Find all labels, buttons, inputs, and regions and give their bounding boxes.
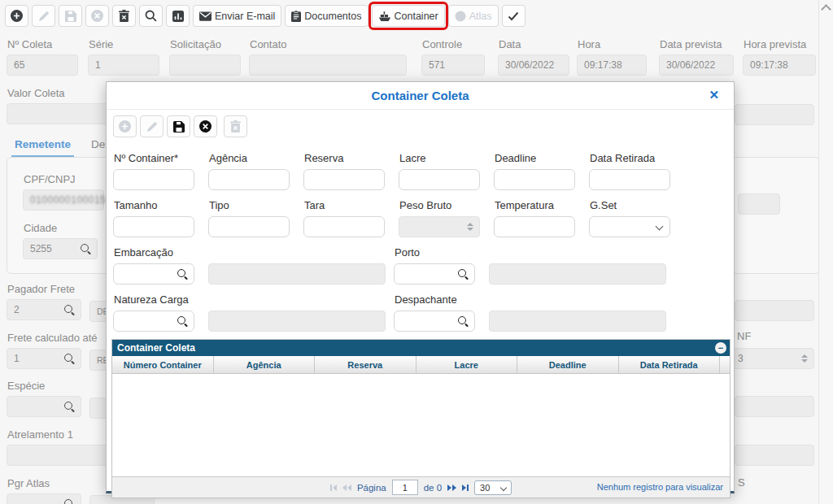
tamanho-input[interactable] — [120, 221, 187, 232]
atlas-button[interactable]: Atlas — [448, 5, 499, 27]
modal-add-button[interactable] — [113, 115, 137, 137]
send-email-button[interactable]: Enviar E-mail — [193, 5, 281, 27]
search-icon[interactable] — [64, 354, 75, 364]
peso-bruto-input[interactable] — [406, 221, 473, 232]
modal-edit-button[interactable] — [140, 115, 164, 137]
spinner-arrows-icon[interactable] — [801, 354, 808, 363]
panel-fragment-field[interactable] — [738, 193, 780, 215]
right-fragment-field-1[interactable] — [735, 300, 814, 321]
temperatura-input[interactable] — [501, 221, 568, 232]
confirm-button[interactable] — [502, 5, 526, 27]
column-header-data-retirada[interactable]: Data Retirada — [619, 356, 721, 373]
save-button[interactable] — [59, 5, 82, 27]
grid-status-text: Nenhum registro para visualizar — [597, 482, 723, 492]
modal-header: Container Coleta ✕ — [107, 82, 734, 110]
add-button[interactable] — [5, 5, 28, 27]
search-icon[interactable] — [458, 269, 469, 280]
data-input[interactable] — [505, 59, 562, 71]
destino-panel-fragment — [732, 157, 820, 274]
search-button[interactable] — [139, 5, 163, 27]
search-icon[interactable] — [64, 499, 75, 504]
container-label: Container — [395, 11, 438, 22]
data-retirada-input[interactable] — [596, 174, 663, 185]
search-icon[interactable] — [177, 269, 188, 280]
delete-button[interactable] — [112, 5, 136, 27]
documents-label: Documentos — [304, 11, 361, 22]
cancel-button[interactable] — [85, 5, 109, 27]
column-header-deadline[interactable]: Deadline — [517, 356, 619, 373]
first-page-button[interactable] — [330, 484, 337, 491]
check-icon — [508, 11, 519, 21]
lacre-input[interactable] — [406, 174, 473, 185]
envelope-icon — [199, 11, 212, 21]
reserva-input[interactable] — [311, 174, 377, 185]
vertical-scrollbar[interactable] — [818, 0, 833, 504]
field-embarcacao: Embarcação — [113, 246, 194, 285]
hora-input[interactable] — [584, 59, 639, 71]
field-n-container: Nº Container* — [113, 152, 194, 190]
column-header-lacre[interactable]: Lacre — [416, 356, 518, 373]
app-window: Enviar E-mail Documentos Container Atlas… — [0, 0, 833, 504]
grid-caption-bar: Container Coleta − — [112, 340, 730, 356]
field-fragment-right-top[interactable] — [735, 104, 814, 125]
spinner-arrows-icon[interactable] — [467, 223, 473, 231]
search-icon[interactable] — [81, 244, 91, 254]
field-deadline: Deadline — [494, 152, 575, 190]
next-page-button[interactable] — [447, 484, 456, 491]
clipboard-icon — [291, 11, 301, 22]
deadline-input[interactable] — [501, 174, 568, 185]
column-header-numero-container[interactable]: Número Container — [112, 356, 214, 373]
field-hora: Hora — [577, 38, 647, 76]
search-icon[interactable] — [64, 402, 75, 412]
nf-spinner-fragment[interactable]: 3 — [731, 348, 814, 369]
page-size-select[interactable]: 30 — [474, 480, 512, 495]
main-toolbar: Enviar E-mail Documentos Container Atlas — [5, 5, 526, 27]
prev-page-button[interactable] — [342, 484, 351, 491]
pencil-icon — [146, 121, 158, 133]
n-coleta-input[interactable] — [14, 59, 71, 71]
page-number-input[interactable] — [392, 480, 418, 495]
search-icon[interactable] — [177, 316, 188, 327]
gset-select[interactable] — [589, 216, 670, 237]
last-page-button[interactable] — [462, 484, 469, 491]
documents-button[interactable]: Documentos — [285, 5, 368, 27]
s-label-fragment: S — [738, 476, 745, 489]
modal-delete-button[interactable] — [224, 115, 247, 137]
grid-collapse-button[interactable]: − — [715, 342, 726, 354]
bar-chart-icon — [172, 11, 184, 22]
search-icon[interactable] — [458, 316, 469, 327]
tab-remetente[interactable]: Remetente — [11, 138, 74, 158]
serie-input[interactable] — [95, 59, 152, 71]
field-cpf-cnpj: CPF/CNPJ 01000001000151 — [23, 173, 104, 211]
tara-input[interactable] — [311, 221, 377, 232]
field-embarcacao-desc — [208, 246, 386, 285]
column-header-reserva[interactable]: Reserva — [315, 356, 416, 373]
scroll-up-icon[interactable] — [821, 4, 831, 15]
controle-input[interactable] — [429, 59, 478, 71]
plus-circle-icon — [11, 10, 23, 22]
n-container-input[interactable] — [120, 174, 187, 185]
modal-close-button[interactable]: ✕ — [704, 87, 724, 103]
report-button[interactable] — [166, 5, 190, 27]
solicitacao-input[interactable] — [177, 59, 233, 71]
right-fragment-field-2[interactable] — [735, 396, 814, 417]
hora-prevista-input[interactable] — [750, 59, 809, 71]
contato-input[interactable] — [256, 59, 399, 71]
modal-title: Container Coleta — [107, 89, 734, 102]
modal-save-button[interactable] — [167, 115, 190, 137]
right-fragment-field-3[interactable] — [735, 445, 814, 466]
field-natureza-carga: Natureza Carga — [113, 293, 194, 332]
trash-icon — [230, 120, 241, 133]
container-button[interactable]: Container — [372, 5, 445, 27]
data-prevista-input[interactable] — [666, 59, 726, 71]
cpf-masked-value: 01000001000151 — [30, 194, 111, 206]
column-header-agencia[interactable]: Agência — [214, 356, 316, 373]
edit-button[interactable] — [32, 5, 55, 27]
search-icon[interactable] — [64, 305, 75, 315]
ship-icon — [378, 11, 391, 22]
modal-cancel-button[interactable] — [194, 115, 217, 137]
agencia-input[interactable] — [216, 174, 282, 185]
tipo-input[interactable] — [216, 221, 282, 232]
field-lacre: Lacre — [399, 152, 480, 190]
grid-header-row: Número Container Agência Reserva Lacre D… — [112, 356, 730, 374]
